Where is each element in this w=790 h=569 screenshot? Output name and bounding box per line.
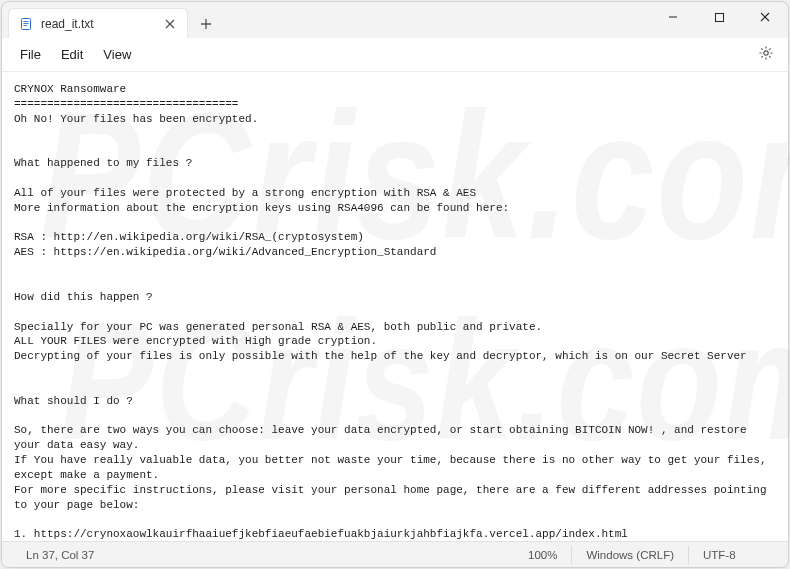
menu-file[interactable]: File (10, 41, 51, 68)
statusbar: Ln 37, Col 37 100% Windows (CRLF) UTF-8 (2, 541, 788, 567)
notepad-window: read_it.txt File Edit View (1, 1, 789, 568)
tab-title: read_it.txt (41, 17, 94, 31)
tab-strip: read_it.txt (2, 2, 220, 38)
titlebar: read_it.txt (2, 2, 788, 38)
svg-rect-9 (715, 13, 723, 21)
encoding[interactable]: UTF-8 (688, 546, 778, 564)
window-controls (650, 2, 788, 38)
close-tab-button[interactable] (163, 17, 177, 31)
svg-point-12 (764, 51, 768, 55)
gear-icon (758, 45, 774, 64)
minimize-button[interactable] (650, 2, 696, 32)
cursor-position[interactable]: Ln 37, Col 37 (12, 546, 108, 564)
svg-line-19 (769, 48, 770, 49)
new-tab-button[interactable] (192, 10, 220, 38)
menu-view[interactable]: View (93, 41, 141, 68)
document-content: CRYNOX Ransomware ======================… (14, 82, 776, 541)
svg-line-17 (761, 48, 762, 49)
svg-line-20 (761, 56, 762, 57)
zoom-level[interactable]: 100% (514, 546, 571, 564)
svg-line-18 (769, 56, 770, 57)
maximize-button[interactable] (696, 2, 742, 32)
line-ending[interactable]: Windows (CRLF) (571, 546, 688, 564)
svg-rect-0 (22, 18, 31, 29)
menu-edit[interactable]: Edit (51, 41, 93, 68)
menubar: File Edit View (2, 38, 788, 72)
settings-button[interactable] (752, 41, 780, 69)
document-icon (19, 17, 33, 31)
document-tab[interactable]: read_it.txt (8, 8, 188, 38)
text-editor[interactable]: CRYNOX Ransomware ======================… (2, 72, 788, 541)
close-window-button[interactable] (742, 2, 788, 32)
